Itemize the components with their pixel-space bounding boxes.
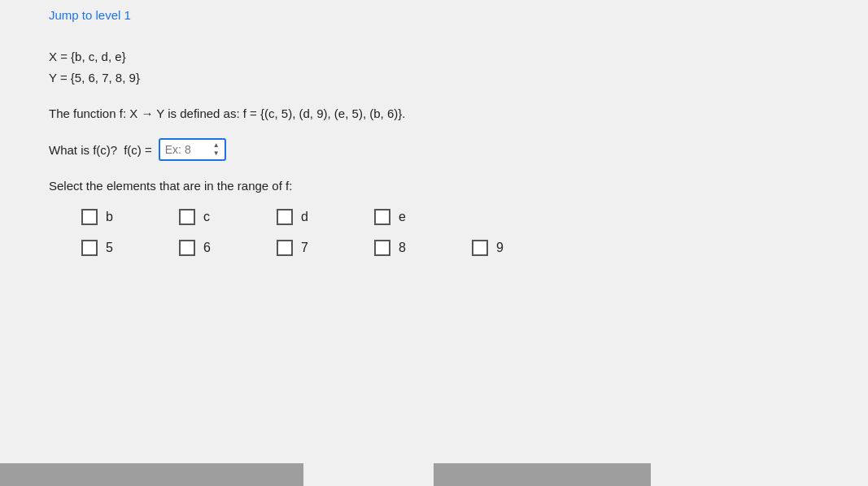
set-y-line: Y = {5, 6, 7, 8, 9} (49, 67, 868, 89)
checkbox-d-label: d (301, 210, 308, 224)
checkbox-8-label: 8 (399, 241, 406, 255)
checkbox-b-label: b (106, 210, 113, 224)
sets-block: X = {b, c, d, e} Y = {5, 6, 7, 8, 9} (49, 46, 868, 88)
checkbox-c[interactable] (179, 209, 195, 225)
checkbox-item-c: c (179, 209, 228, 225)
checkbox-item-9: 9 (472, 240, 521, 256)
checkbox-5[interactable] (81, 240, 98, 256)
fc-input[interactable] (165, 143, 210, 156)
function-def-text: The function f: X → Y is defined as: f =… (49, 106, 405, 120)
checkbox-item-e: e (374, 209, 423, 225)
bottom-bar (0, 463, 868, 486)
checkbox-e[interactable] (374, 209, 390, 225)
checkbox-item-d: d (277, 209, 325, 225)
checkbox-row-1: b c d e (81, 209, 868, 225)
checkbox-c-label: c (203, 210, 210, 224)
checkbox-item-5: 5 (81, 240, 130, 256)
checkbox-item-8: 8 (374, 240, 423, 256)
bottom-bar-right (434, 463, 651, 486)
fc-spin-up[interactable]: ▲ (213, 141, 220, 150)
checkbox-8[interactable] (374, 240, 390, 256)
checkbox-item-6: 6 (179, 240, 228, 256)
checkbox-item-b: b (81, 209, 130, 225)
checkbox-6[interactable] (179, 240, 195, 256)
checkbox-d[interactable] (277, 209, 293, 225)
set-x-line: X = {b, c, d, e} (49, 46, 868, 67)
fc-question-label: What is f(c)? (49, 143, 117, 157)
fc-spin-down[interactable]: ▼ (213, 150, 220, 158)
checkbox-item-7: 7 (277, 240, 325, 256)
bottom-bar-left (0, 463, 303, 486)
bottom-bar-gap (303, 463, 434, 486)
function-def-line: The function f: X → Y is defined as: f =… (49, 104, 868, 124)
checkbox-row-2: 5 6 7 8 9 (81, 240, 868, 256)
checkbox-5-label: 5 (106, 241, 113, 255)
checkbox-7[interactable] (277, 240, 293, 256)
fc-eq-label: f(c) = (124, 143, 152, 157)
checkbox-9[interactable] (472, 240, 488, 256)
checkbox-6-label: 6 (203, 241, 211, 255)
bottom-bar-end (651, 463, 868, 486)
fc-question-line: What is f(c)? f(c) = ▲ ▼ (49, 138, 868, 161)
page-container: Jump to level 1 X = {b, c, d, e} Y = {5,… (0, 0, 868, 486)
fc-spin-buttons: ▲ ▼ (213, 141, 220, 158)
jump-to-level-link[interactable]: Jump to level 1 (49, 8, 131, 22)
checkbox-b[interactable] (81, 209, 98, 225)
checkbox-9-label: 9 (496, 241, 504, 255)
checkbox-e-label: e (399, 210, 406, 224)
fc-input-wrapper[interactable]: ▲ ▼ (159, 138, 226, 161)
checkboxes-grid: b c d e 5 6 (81, 209, 868, 256)
range-question-label: Select the elements that are in the rang… (49, 179, 868, 193)
checkbox-7-label: 7 (301, 241, 308, 255)
